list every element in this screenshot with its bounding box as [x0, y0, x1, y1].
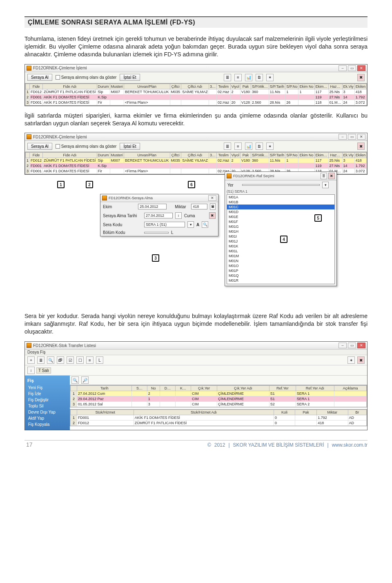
raf-item[interactable]: M01H: [227, 229, 334, 234]
search-icon[interactable]: 🔍: [71, 376, 79, 384]
fig3-window: FD12ORNEK-Stok Transfer Listesi –▭✕ Dosy…: [24, 341, 368, 430]
fig3-grid1[interactable]: TarihS…NoD…K…Çık.YerÇık.Yer AdıRef.YerRe…: [70, 385, 367, 407]
bolum-field[interactable]: [144, 232, 169, 234]
tarih-field[interactable]: 27.04.2012: [144, 213, 173, 218]
raf-item[interactable]: M01Q: [227, 273, 334, 278]
paragraph-3: Sera bir yer kodudur. Serada hangi viyol…: [24, 312, 368, 336]
minimize-button[interactable]: –: [339, 65, 347, 71]
dialog-close[interactable]: ✕: [208, 195, 216, 201]
toolbar-icon[interactable]: ✶: [266, 142, 274, 150]
side-menu-item[interactable]: Yeni Fiş: [27, 385, 67, 391]
tool-icon[interactable]: ☐: [76, 356, 84, 364]
tool-icon[interactable]: ＋: [27, 356, 35, 364]
fig1-grid[interactable]: FideFide AdıDurumMusteriUnvan/PlanÇiftci…: [25, 83, 367, 106]
list-icon[interactable]: ≣: [321, 173, 327, 179]
fig3-titlebar: FD12ORNEK-Stok Transfer Listesi –▭✕: [25, 342, 367, 349]
show-taken-checkbox[interactable]: Seraya alınmış olanı da göster: [56, 75, 117, 80]
miktar-label: Miktar: [175, 205, 189, 209]
tool-icon[interactable]: ≣: [37, 356, 45, 364]
seraya-al-button[interactable]: Seraya Al: [27, 143, 52, 150]
raf-item[interactable]: M01L: [227, 249, 334, 254]
fig1-titlebar: FD12ORNEK-Çimleme İşlemi – ▭ ✕: [25, 65, 367, 72]
tool-icon[interactable]: ≡: [86, 356, 94, 364]
side-head: Fiş: [27, 378, 67, 383]
toolbar-icon[interactable]: ≣: [224, 74, 231, 81]
seraya-al-button[interactable]: Seraya Al: [27, 74, 52, 81]
toolbar-icon[interactable]: 🗎: [256, 74, 263, 81]
dialog-close[interactable]: ✖: [328, 173, 335, 179]
raf-item[interactable]: M01P: [227, 268, 334, 273]
ekim-field[interactable]: 25.04.2012: [138, 204, 167, 209]
callout-6: 6: [188, 181, 195, 188]
tool-icon[interactable]: L: [96, 356, 103, 364]
tool-icon[interactable]: 🔍: [47, 356, 54, 364]
dropdown-icon[interactable]: ▾: [187, 221, 194, 228]
show-taken-label: Seraya alınmış olanı da göster: [61, 75, 117, 80]
side-menu-item[interactable]: Fiş Değiştir: [27, 397, 67, 403]
maximize-button[interactable]: ▭: [348, 65, 356, 71]
toolbar-icon[interactable]: 📊: [245, 74, 252, 81]
exit-icon[interactable]: ✖: [357, 356, 365, 364]
raf-item[interactable]: M01D: [227, 209, 334, 214]
section-heading: ÇİMLEME SONRASI SERAYA ALMA İŞLEMİ (FD-Y…: [24, 16, 368, 28]
raf-item[interactable]: M01K: [227, 244, 334, 249]
dropdown-icon[interactable]: ▾: [322, 182, 329, 188]
iptal-et-button[interactable]: İptal Et: [120, 143, 140, 150]
raf-item[interactable]: M01R: [227, 278, 334, 283]
toolbar-icon[interactable]: ≡: [234, 74, 242, 81]
side-menu-item[interactable]: Toplu Sil: [27, 403, 67, 409]
sera-field[interactable]: SERA 1 (S1): [144, 222, 185, 227]
toolbar-icon[interactable]: ≣: [224, 142, 231, 150]
raf-item[interactable]: M01O: [227, 263, 334, 268]
ekim-label: Ekim: [103, 205, 136, 209]
fig2-grid[interactable]: FideFide AdıDurumMusteriUnvan/PlanÇiftci…: [25, 152, 367, 174]
side-menu-item[interactable]: Fiş Kopyala: [27, 421, 67, 427]
exit-icon[interactable]: ✖: [357, 74, 365, 81]
toolbar-icon[interactable]: 📊: [245, 142, 252, 150]
maximize-button[interactable]: ▭: [348, 134, 356, 140]
raf-item[interactable]: M01C: [227, 205, 334, 209]
toolbar-icon[interactable]: ✶: [266, 74, 274, 81]
fig3-sidepanel: Fiş Yeni FişFiş İzleFiş DeğiştirToplu Si…: [25, 376, 70, 430]
show-taken-checkbox[interactable]: Seraya alınmış olanı da göster: [56, 144, 117, 149]
side-menu-item[interactable]: Fiş İzle: [27, 391, 67, 397]
side-menu-item[interactable]: Devre Dışı Yap: [27, 409, 67, 415]
toolbar-icon[interactable]: 🗎: [256, 142, 263, 150]
exit-icon[interactable]: ✖: [357, 142, 365, 150]
spin-icon[interactable]: ↕: [175, 212, 182, 219]
raf-item[interactable]: M01B: [227, 200, 334, 205]
paragraph-2: İlgili satırlarda müşteri siparişleri, k…: [24, 112, 368, 127]
find-icon[interactable]: 🔎: [81, 376, 89, 384]
fig3-toolbar: ＋ ≣ 🔍 🗊 ☑ ☐ ≡ L ✶ ✖: [25, 355, 367, 365]
miktar-field[interactable]: 418: [191, 204, 207, 209]
fig3-menu[interactable]: Dosya Fiş: [25, 349, 367, 355]
minimize-button[interactable]: –: [339, 343, 347, 348]
iptal-et-button[interactable]: İptal Et: [120, 74, 140, 81]
raf-item[interactable]: M01S: [227, 283, 334, 284]
find-icon[interactable]: 🔍: [202, 221, 208, 228]
spin-icon[interactable]: ↕: [27, 367, 35, 374]
tool-icon[interactable]: ☑: [67, 356, 74, 364]
raf-item[interactable]: M01M: [227, 254, 334, 258]
calc-icon[interactable]: 🖩: [210, 203, 216, 210]
tool-icon[interactable]: 🗊: [57, 356, 64, 364]
fig1-title: FD12ORNEK-Çimleme İşlemi: [33, 66, 87, 70]
tool-icon[interactable]: ✶: [347, 356, 355, 364]
confirm-icon[interactable]: ✖: [209, 212, 216, 219]
raf-item[interactable]: M01G: [227, 224, 334, 229]
yer-field[interactable]: [242, 184, 320, 186]
raf-item[interactable]: M01N: [227, 258, 334, 263]
show-taken-label: Seraya alınmış olanı da göster: [61, 144, 117, 149]
maximize-button[interactable]: ▭: [348, 343, 356, 348]
fig3-grid2[interactable]: Stok/HizmetStok/Hizmet AdıKoliPakMiktarB…: [70, 409, 367, 426]
raf-dialog-title: FD12ORNEK-Raf Seçimi ≣✖: [225, 172, 336, 180]
seraya-dialog-title-text: FD12ORNEK-Seraya Alma: [109, 196, 153, 200]
close-button[interactable]: ✕: [357, 65, 365, 71]
close-button[interactable]: ✕: [357, 343, 365, 348]
toolbar-icon[interactable]: ≡: [234, 142, 242, 150]
side-menu-item[interactable]: Aktif Yap: [27, 415, 67, 421]
minimize-button[interactable]: –: [339, 134, 347, 140]
close-button[interactable]: ✕: [357, 134, 365, 140]
raf-item[interactable]: M01A: [227, 195, 334, 200]
app-icon: [27, 134, 31, 139]
